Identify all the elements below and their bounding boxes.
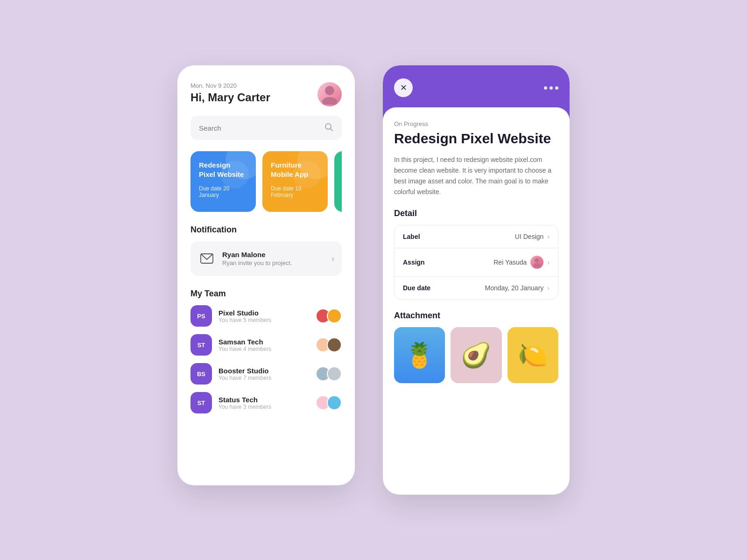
notification-card[interactable]: Ryan Malone Ryan invite you to project. … — [190, 241, 342, 276]
mini-avatar — [327, 337, 342, 352]
mini-avatar — [327, 308, 342, 323]
dot-3 — [555, 86, 558, 90]
avatar — [317, 82, 342, 106]
attachment-grid: 🍍 🥑 🍋 — [394, 327, 558, 383]
svg-line-3 — [331, 129, 333, 131]
right-phone: ✕ On Progress Redesign Pixel Website In … — [383, 65, 570, 495]
team-avatars-st1 — [316, 337, 342, 352]
dot-2 — [550, 86, 553, 90]
notification-content: Ryan Malone Ryan invite you to project. — [222, 251, 325, 266]
search-input[interactable] — [199, 124, 319, 132]
right-phone-body: On Progress Redesign Pixel Website In th… — [383, 107, 570, 394]
left-phone: Mon, Nov 9 2020 Hi, Mary Carter — [177, 65, 355, 485]
yellow-emoji: 🍋 — [518, 341, 548, 370]
detail-value-text-label: UI Design — [515, 233, 543, 240]
detail-label-due: Due date — [403, 284, 430, 292]
team-members-bs: You have 7 members — [218, 375, 309, 381]
chevron-right-icon: › — [331, 254, 334, 264]
dot-1 — [544, 86, 547, 90]
team-name-st1: Samsan Tech — [218, 338, 309, 346]
notification-text: Ryan invite you to project. — [222, 259, 325, 266]
close-button[interactable]: ✕ — [394, 78, 413, 97]
app-container: Mon, Nov 9 2020 Hi, Mary Carter — [177, 65, 570, 495]
svg-point-5 — [535, 258, 539, 263]
detail-label-assign: Assign — [403, 259, 425, 266]
detail-row-assign[interactable]: Assign Rei Yasuda › — [395, 248, 558, 277]
detail-value-label: UI Design › — [515, 233, 550, 240]
detail-label-label: Label — [403, 233, 420, 240]
assign-avatar — [530, 256, 543, 269]
avocado-emoji: 🥑 — [461, 341, 491, 370]
project-description: In this project, I need to redesign webs… — [394, 154, 558, 197]
project-card-2[interactable]: FurnitureMobile App Due date 10February — [262, 151, 328, 212]
header-date: Mon, Nov 9 2020 — [190, 82, 270, 89]
attachment-pineapple[interactable]: 🍍 — [394, 327, 445, 383]
card-title-2: FurnitureMobile App — [271, 161, 319, 179]
team-item-pixel-studio[interactable]: PS Pixel Studio You have 5 members — [190, 305, 342, 327]
header-greeting: Hi, Mary Carter — [190, 91, 270, 104]
team-name-bs: Booster Studio — [218, 367, 309, 375]
detail-value-text-assign: Rei Yasuda — [493, 259, 527, 266]
notification-section-title: Notification — [190, 225, 342, 235]
team-name-st2: Status Tech — [218, 396, 309, 404]
pineapple-emoji: 🍍 — [404, 341, 435, 370]
team-list: PS Pixel Studio You have 5 members ST Sa… — [190, 305, 342, 413]
team-avatars-ps — [316, 308, 342, 323]
team-info-ps: Pixel Studio You have 5 members — [218, 309, 309, 323]
detail-row-due[interactable]: Due date Monday, 20 January › — [395, 277, 558, 299]
chevron-right-icon-due: › — [547, 284, 550, 292]
team-item-booster-studio[interactable]: BS Booster Studio You have 7 members — [190, 363, 342, 385]
team-section-title: My Team — [190, 289, 342, 299]
team-info-bs: Booster Studio You have 7 members — [218, 367, 309, 381]
detail-value-due: Monday, 20 January › — [485, 284, 550, 292]
chevron-right-icon: › — [547, 233, 550, 240]
mail-icon — [198, 250, 216, 267]
project-cards: RedesignPixel Website Due date 20January… — [190, 151, 342, 212]
attachment-avocado[interactable]: 🥑 — [451, 327, 501, 383]
team-badge-ps: PS — [190, 305, 212, 327]
svg-point-6 — [533, 263, 541, 267]
team-info-st2: Status Tech You have 3 members — [218, 396, 309, 410]
more-options[interactable] — [544, 86, 558, 90]
team-badge-st2: ST — [190, 392, 212, 413]
team-badge-st1: ST — [190, 334, 212, 356]
team-item-status-tech[interactable]: ST Status Tech You have 3 members — [190, 392, 342, 413]
mini-avatar — [327, 395, 342, 410]
project-big-title: Redesign Pixel Website — [394, 130, 558, 147]
team-item-samsan-tech[interactable]: ST Samsan Tech You have 4 members — [190, 334, 342, 356]
team-members-st2: You have 3 members — [218, 404, 309, 410]
mini-avatar — [327, 366, 342, 381]
detail-value-assign: Rei Yasuda › — [493, 256, 550, 269]
project-card-3[interactable]: Com...Profi... Due d...Janua... — [334, 151, 342, 212]
card-due-2: Due date 10February — [271, 185, 319, 198]
header: Mon, Nov 9 2020 Hi, Mary Carter — [190, 82, 342, 106]
team-members-ps: You have 5 members — [218, 317, 309, 323]
search-bar[interactable] — [190, 116, 342, 140]
chevron-right-icon-assign: › — [547, 259, 550, 266]
attachment-yellow[interactable]: 🍋 — [507, 327, 558, 383]
team-members-st1: You have 4 members — [218, 346, 309, 352]
detail-box: Label UI Design › Assign Rei Yasuda — [394, 225, 558, 300]
project-status: On Progress — [394, 120, 558, 127]
team-avatars-st2 — [316, 395, 342, 410]
team-avatars-bs — [316, 366, 342, 381]
team-name-ps: Pixel Studio — [218, 309, 309, 317]
card-due-1: Due date 20January — [199, 185, 247, 198]
detail-section-title: Detail — [394, 209, 558, 218]
detail-row-label[interactable]: Label UI Design › — [395, 225, 558, 248]
search-icon — [324, 122, 333, 133]
header-text: Mon, Nov 9 2020 Hi, Mary Carter — [190, 82, 270, 104]
team-info-st1: Samsan Tech You have 4 members — [218, 338, 309, 352]
team-badge-bs: BS — [190, 363, 212, 385]
project-card-1[interactable]: RedesignPixel Website Due date 20January — [190, 151, 256, 212]
svg-point-1 — [322, 97, 337, 105]
card-title-1: RedesignPixel Website — [199, 161, 247, 179]
notification-name: Ryan Malone — [222, 251, 325, 259]
svg-point-0 — [325, 86, 334, 95]
detail-value-text-due: Monday, 20 January — [485, 284, 544, 292]
attachment-section-title: Attachment — [394, 311, 558, 321]
